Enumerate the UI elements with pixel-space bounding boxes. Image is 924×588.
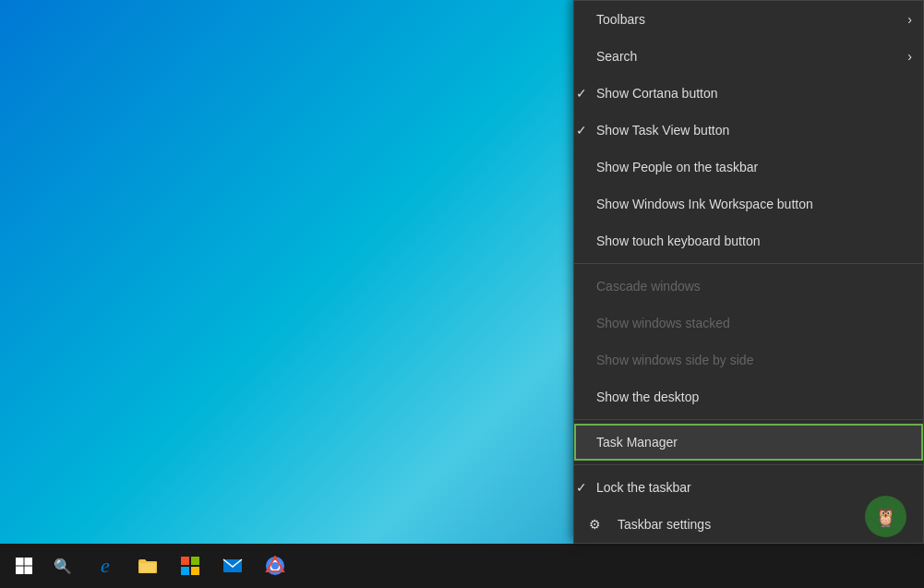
taskbar: 🔍 e bbox=[0, 544, 924, 588]
svg-rect-3 bbox=[25, 567, 33, 575]
menu-item-label-show_stacked: Show windows stacked bbox=[589, 316, 905, 330]
menu-item-label-show_side_by_side: Show windows side by side bbox=[589, 353, 905, 367]
svg-rect-4 bbox=[181, 557, 189, 565]
context-menu: Toolbars›Search›✓Show Cortana button✓Sho… bbox=[573, 0, 924, 544]
store-button[interactable] bbox=[170, 546, 210, 586]
menu-separator bbox=[574, 263, 923, 264]
svg-rect-7 bbox=[191, 567, 199, 575]
folder-icon bbox=[138, 558, 158, 574]
svg-rect-5 bbox=[191, 557, 199, 565]
menu-item-label-lock_taskbar: Lock the taskbar bbox=[589, 480, 905, 495]
menu-item-label-show_windows_ink: Show Windows Ink Workspace button bbox=[589, 197, 905, 211]
menu-item-label-toolbars: Toolbars bbox=[589, 12, 905, 27]
menu-item-label-task_manager: Task Manager bbox=[589, 435, 905, 450]
menu-item-label-search: Search bbox=[589, 49, 905, 64]
submenu-arrow-icon: › bbox=[907, 12, 912, 27]
menu-item-label-taskbar_settings: Taskbar settings bbox=[610, 517, 905, 532]
mail-button[interactable] bbox=[212, 546, 253, 586]
menu-item-lock_taskbar[interactable]: ✓Lock the taskbar bbox=[574, 469, 923, 506]
submenu-arrow-icon: › bbox=[907, 49, 912, 64]
check-icon: ✓ bbox=[574, 86, 589, 101]
menu-item-label-show_task_view: Show Task View button bbox=[589, 123, 905, 138]
check-icon: ✓ bbox=[574, 480, 589, 495]
mail-icon bbox=[222, 558, 243, 573]
menu-item-cascade_windows: Cascade windows bbox=[574, 268, 923, 305]
menu-item-taskbar_settings[interactable]: ⚙Taskbar settings bbox=[574, 506, 923, 543]
menu-item-show_windows_ink[interactable]: Show Windows Ink Workspace button bbox=[574, 186, 923, 222]
edge-button[interactable]: e bbox=[85, 546, 126, 586]
start-button[interactable] bbox=[4, 546, 44, 586]
check-icon: ✓ bbox=[574, 123, 589, 138]
menu-item-show_touch_keyboard[interactable]: Show touch keyboard button bbox=[574, 222, 923, 259]
menu-item-show_people[interactable]: Show People on the taskbar bbox=[574, 149, 923, 186]
menu-item-task_manager[interactable]: Task Manager bbox=[574, 424, 923, 461]
search-button[interactable]: 🔍 bbox=[46, 546, 83, 586]
gear-icon: ⚙ bbox=[589, 517, 601, 532]
chrome-icon bbox=[265, 556, 285, 576]
file-explorer-button[interactable] bbox=[127, 546, 168, 586]
svg-rect-2 bbox=[16, 567, 24, 575]
chrome-button[interactable] bbox=[255, 546, 295, 586]
menu-item-show_side_by_side: Show windows side by side bbox=[574, 342, 923, 378]
menu-item-show_task_view[interactable]: ✓Show Task View button bbox=[574, 112, 923, 149]
menu-item-label-show_desktop: Show the desktop bbox=[589, 390, 905, 404]
store-icon bbox=[180, 556, 200, 576]
svg-point-11 bbox=[271, 562, 279, 570]
menu-item-toolbars[interactable]: Toolbars› bbox=[574, 1, 923, 38]
svg-rect-1 bbox=[25, 558, 33, 566]
menu-item-label-show_people: Show People on the taskbar bbox=[589, 160, 905, 174]
menu-item-search[interactable]: Search› bbox=[574, 38, 923, 75]
menu-separator bbox=[574, 419, 923, 420]
menu-item-show_cortana[interactable]: ✓Show Cortana button bbox=[574, 75, 923, 112]
svg-rect-0 bbox=[16, 558, 24, 566]
menu-item-show_desktop[interactable]: Show the desktop bbox=[574, 378, 923, 415]
menu-item-show_stacked: Show windows stacked bbox=[574, 305, 923, 342]
windows-icon bbox=[15, 557, 33, 575]
svg-rect-6 bbox=[181, 567, 189, 575]
menu-separator bbox=[574, 464, 923, 465]
menu-item-label-show_touch_keyboard: Show touch keyboard button bbox=[589, 234, 905, 248]
menu-item-label-show_cortana: Show Cortana button bbox=[589, 86, 905, 101]
menu-item-label-cascade_windows: Cascade windows bbox=[589, 279, 905, 294]
